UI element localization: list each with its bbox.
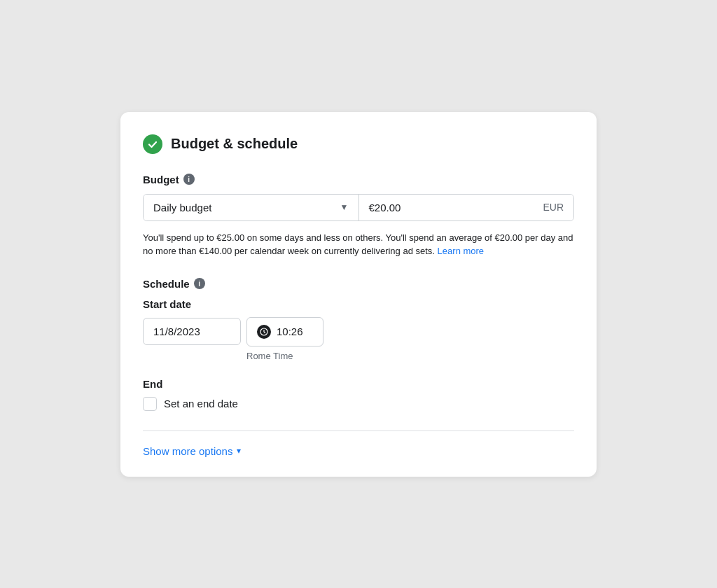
- schedule-label-text: Schedule: [143, 278, 190, 290]
- card-header: Budget & schedule: [143, 134, 574, 154]
- show-more-label: Show more options: [143, 445, 232, 457]
- divider: [143, 430, 574, 431]
- clock-icon: [257, 325, 271, 339]
- budget-description: You'll spend up to €25.00 on some days a…: [143, 231, 574, 258]
- learn-more-link[interactable]: Learn more: [438, 246, 484, 256]
- end-label: End: [143, 378, 574, 390]
- end-date-checkbox[interactable]: [143, 397, 157, 411]
- budget-type-select[interactable]: Daily budget ▼: [144, 195, 359, 220]
- budget-label-text: Budget: [143, 174, 179, 186]
- check-circle-icon: [143, 134, 162, 154]
- currency-label: EUR: [543, 202, 564, 213]
- schedule-info-icon[interactable]: i: [194, 278, 205, 289]
- dropdown-arrow-icon: ▼: [340, 202, 349, 212]
- start-date-label: Start date: [143, 298, 574, 310]
- time-value: 10:26: [277, 326, 303, 337]
- budget-section-label: Budget i: [143, 174, 574, 186]
- end-date-label: Set an end date: [164, 398, 238, 410]
- budget-info-icon[interactable]: i: [183, 174, 195, 185]
- start-date-input[interactable]: 11/8/2023: [143, 318, 241, 345]
- schedule-section-label: Schedule i: [143, 278, 574, 290]
- budget-type-value: Daily budget: [153, 202, 211, 214]
- budget-row: Daily budget ▼ €20.00 EUR: [143, 194, 574, 221]
- budget-amount-field[interactable]: €20.00 EUR: [359, 195, 574, 220]
- show-more-options-button[interactable]: Show more options ▾: [143, 445, 241, 457]
- budget-amount-value: €20.00: [369, 202, 401, 214]
- chevron-down-icon: ▾: [237, 446, 241, 456]
- card-title: Budget & schedule: [171, 136, 298, 152]
- date-time-row: 11/8/2023 10:26: [143, 317, 574, 346]
- schedule-section: Schedule i Start date 11/8/2023 10:26 Ro…: [143, 278, 574, 361]
- budget-schedule-card: Budget & schedule Budget i Daily budget …: [120, 112, 597, 477]
- timezone-label: Rome Time: [246, 351, 574, 361]
- start-time-input[interactable]: 10:26: [246, 317, 323, 346]
- end-section: End Set an end date: [143, 378, 574, 411]
- end-row: Set an end date: [143, 397, 574, 411]
